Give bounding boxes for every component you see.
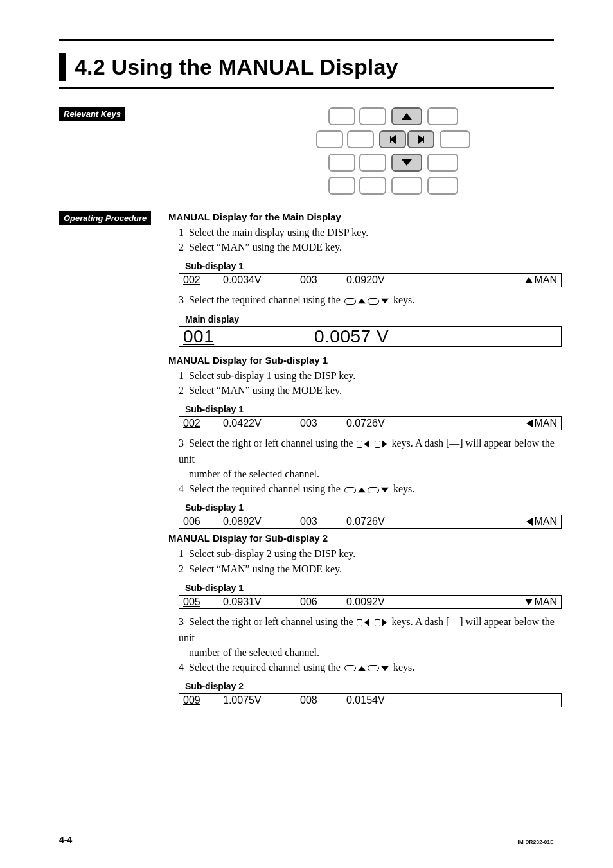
title-bar-icon	[59, 53, 66, 81]
key-down	[391, 154, 422, 172]
value-2: 0.0154V	[344, 695, 414, 706]
step-number: 3	[179, 436, 189, 450]
channel-2: 006	[298, 596, 344, 608]
step-text: number of the selected channel.	[179, 645, 562, 660]
doc-id: IM DR232-01E	[517, 839, 554, 845]
channel-1: 009	[179, 695, 220, 706]
key-blank	[328, 177, 386, 195]
left-arrow-icon	[526, 420, 533, 427]
page-number: 4-4	[59, 835, 72, 845]
steps-sub1-cont: 3Select the right or left channel using …	[168, 436, 562, 496]
keypad-diagram	[233, 107, 554, 195]
display-main: 001 0.0057 V	[179, 326, 562, 347]
operating-procedure-row: Operating Procedure MANUAL Display for t…	[59, 211, 554, 707]
title-underline	[59, 87, 554, 89]
updown-keys-icon	[344, 298, 389, 305]
channel-1: 002	[179, 274, 220, 286]
key-blank	[328, 107, 386, 125]
channel-1: 005	[179, 596, 220, 608]
steps-sub2: 1Select sub-display 2 using the DISP key…	[168, 546, 562, 576]
key-blank	[391, 177, 422, 195]
man-indicator: MAN	[525, 274, 557, 286]
key-blank	[427, 177, 458, 195]
step-text: Select the required channel using the	[189, 483, 343, 494]
label-sub1: Sub-display 1	[185, 583, 562, 593]
step-text: Select the right or left channel using t…	[189, 616, 355, 627]
value-2: 0.0920V	[344, 274, 414, 286]
heading-sub2: MANUAL Display for Sub-display 2	[168, 533, 562, 544]
step-text: number of the selected channel.	[179, 466, 562, 481]
key-blank	[427, 107, 458, 125]
channel-2: 008	[298, 695, 344, 706]
value-2: 0.0726V	[344, 418, 414, 429]
value-1: 0.0034V	[220, 274, 298, 286]
channel-1: 006	[179, 516, 220, 527]
key-blank	[440, 130, 470, 148]
steps-sub1: 1Select sub-display 1 using the DISP key…	[168, 368, 562, 398]
main-value: 0.0057 V	[314, 326, 391, 347]
step-text: Select the main display using the DISP k…	[189, 227, 368, 238]
step-number: 1	[179, 368, 189, 383]
heading-main-display: MANUAL Display for the Main Display	[168, 211, 562, 222]
label-sub2: Sub-display 2	[185, 681, 562, 691]
step-text: Select the right or left channel using t…	[189, 438, 355, 448]
step-text: Select the required channel using the	[189, 294, 343, 305]
title-row: 4.2 Using the MANUAL Display	[59, 53, 554, 81]
key-up	[391, 107, 422, 125]
step-text: Select “MAN” using the MODE key.	[189, 563, 342, 574]
steps-sub2-cont: 3Select the right or left channel using …	[168, 614, 562, 675]
step-text: Select “MAN” using the MODE key.	[189, 242, 342, 252]
label-sub1: Sub-display 1	[185, 261, 562, 271]
value-1: 0.0422V	[220, 418, 298, 429]
key-right	[407, 130, 434, 148]
main-channel: 001	[179, 326, 314, 347]
step-text: Select sub-display 2 using the DISP key.	[189, 548, 355, 559]
step-number: 2	[179, 240, 189, 254]
step-text: keys.	[391, 483, 414, 494]
updown-keys-icon	[344, 665, 389, 671]
value-2: 0.0092V	[344, 596, 414, 608]
key-blank	[328, 154, 386, 172]
leftright-keys-icon	[357, 437, 387, 452]
page-title: 4.2 Using the MANUAL Display	[75, 55, 398, 80]
label-sub1: Sub-display 1	[185, 502, 562, 513]
value-2: 0.0726V	[344, 516, 414, 527]
step-number: 3	[179, 292, 189, 307]
man-text: MAN	[534, 274, 557, 286]
value-1: 0.0931V	[220, 596, 298, 608]
man-indicator: MAN	[526, 418, 557, 429]
display-strip-1: 002 0.0034V 003 0.0920V MAN	[179, 273, 562, 287]
up-arrow-icon	[525, 277, 533, 283]
step-text: Select “MAN” using the MODE key.	[189, 385, 342, 396]
man-text: MAN	[534, 418, 557, 429]
display-strip-5: 009 1.0075V 008 0.0154V	[179, 693, 562, 707]
man-text: MAN	[534, 596, 557, 608]
step-number: 4	[179, 481, 189, 496]
display-strip-4: 005 0.0931V 006 0.0092V MAN	[179, 595, 562, 609]
page-footer: 4-4 IM DR232-01E	[59, 835, 554, 845]
step-number: 2	[179, 562, 189, 576]
heading-sub1: MANUAL Display for Sub-display 1	[168, 355, 562, 366]
channel-2: 003	[298, 274, 344, 286]
updown-keys-icon	[344, 487, 389, 493]
operating-procedure-tag: Operating Procedure	[59, 211, 151, 225]
display-strip-2: 002 0.0422V 003 0.0726V MAN	[179, 416, 562, 430]
page: 4.2 Using the MANUAL Display Relevant Ke…	[0, 0, 613, 868]
man-text: MAN	[534, 516, 557, 527]
relevant-keys-row: Relevant Keys	[59, 107, 554, 195]
key-blank	[427, 154, 458, 172]
left-arrow-icon	[526, 518, 533, 526]
steps-main: 1Select the main display using the DISP …	[168, 225, 562, 254]
label-main: Main display	[185, 314, 562, 324]
step-text: keys.	[391, 662, 414, 673]
step-number: 2	[179, 383, 189, 398]
step-text: keys.	[391, 294, 414, 305]
step-number: 1	[179, 546, 189, 561]
leftright-keys-icon	[357, 616, 387, 630]
channel-2: 003	[298, 516, 344, 527]
relevant-keys-tag: Relevant Keys	[59, 107, 125, 121]
channel-1: 002	[179, 418, 220, 429]
value-1: 1.0075V	[220, 695, 298, 706]
label-sub1: Sub-display 1	[185, 404, 562, 414]
step-number: 1	[179, 225, 189, 240]
